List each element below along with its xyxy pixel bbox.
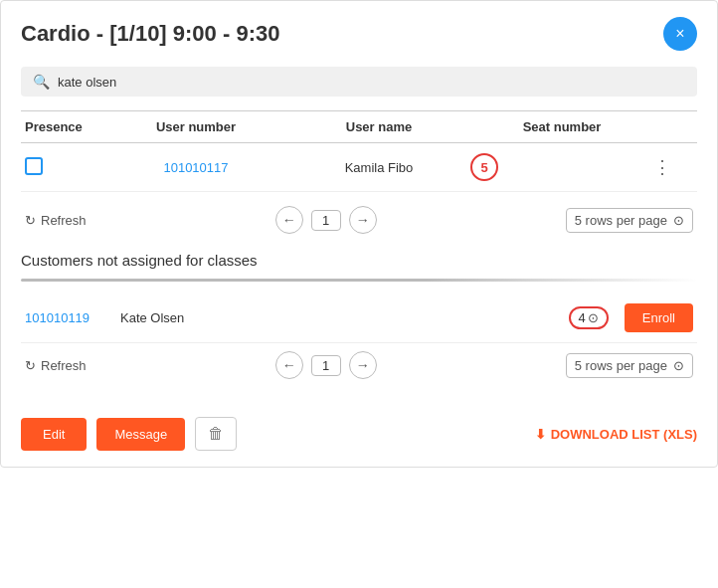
modal-container: Cardio - [1/10] 9:00 - 9:30 × 🔍 Presence… [0,0,718,468]
col-header-actions [653,119,693,134]
footer: Edit Message 🗑 ⬇ DOWNLOAD LIST (XLS) [21,407,697,451]
unassigned-seat-number: 4 [579,310,586,325]
row-actions-cell: ⋮ [653,156,693,178]
presence-cell [25,157,104,178]
rows-per-page-top[interactable]: 5 rows per page ⊙ [566,208,693,233]
col-header-user-number: User number [104,119,287,134]
row-menu-icon[interactable]: ⋮ [653,157,671,177]
refresh-icon-bottom: ↻ [25,358,36,373]
edit-button[interactable]: Edit [21,418,87,451]
col-header-seat-number: Seat number [470,119,653,134]
refresh-button-top[interactable]: ↻ Refresh [25,213,87,228]
prev-icon-top: ← [282,212,296,228]
page-nav-bottom: ← 1 → [275,351,377,379]
pagination-bottom: ↻ Refresh ← 1 → 5 rows per page ⊙ [21,343,697,387]
prev-page-button-top[interactable]: ← [275,206,303,234]
table-row: 101010117 Kamila Fibo 5 ⋮ [21,143,697,192]
section-divider [21,279,697,282]
close-button[interactable]: × [663,17,697,51]
delete-button[interactable]: 🗑 [195,417,237,451]
unassigned-user-number[interactable]: 101010119 [25,310,104,325]
search-input[interactable] [58,75,685,90]
next-page-button-top[interactable]: → [349,206,377,234]
refresh-icon-top: ↻ [25,213,36,228]
page-number-bottom: 1 [311,355,341,376]
col-header-presence: Presence [25,119,104,134]
search-icon: 🔍 [33,74,50,90]
pagination-top: ↻ Refresh ← 1 → 5 rows per page ⊙ [21,198,697,242]
close-icon: × [675,25,684,43]
download-icon: ⬇ [535,427,546,442]
unassigned-user-name: Kate Olsen [120,310,553,325]
rows-per-page-down-icon-top: ⊙ [673,213,684,228]
table-header: Presence User number User name Seat numb… [21,110,697,143]
modal-title: Cardio - [1/10] 9:00 - 9:30 [21,21,279,47]
unassigned-seat-badge: 4 ⊙ [569,306,609,329]
next-page-button-bottom[interactable]: → [349,351,377,379]
user-number-cell: 101010117 [104,160,287,175]
page-number-top: 1 [311,210,341,231]
unassigned-section-label: Customers not assigned for classes [21,252,697,269]
enroll-button[interactable]: Enroll [625,303,693,332]
modal-header: Cardio - [1/10] 9:00 - 9:30 × [21,17,697,51]
delete-icon: 🗑 [208,425,224,442]
col-header-user-name: User name [287,119,470,134]
seat-number-badge: 5 [470,153,498,181]
unassigned-row: 101010119 Kate Olsen 4 ⊙ Enroll [21,294,697,343]
presence-checkbox[interactable] [25,157,43,175]
next-icon-bottom: → [356,357,370,373]
user-number-link[interactable]: 101010117 [163,160,228,175]
prev-icon-bottom: ← [282,357,296,373]
page-nav-top: ← 1 → [275,206,377,234]
footer-left: Edit Message 🗑 [21,417,237,451]
next-icon-top: → [356,212,370,228]
attendance-table: Presence User number User name Seat numb… [21,110,697,192]
prev-page-button-bottom[interactable]: ← [275,351,303,379]
rows-per-page-bottom[interactable]: 5 rows per page ⊙ [566,353,693,378]
message-button[interactable]: Message [96,418,185,451]
rows-per-page-down-icon-bottom: ⊙ [673,358,684,373]
search-bar: 🔍 [21,67,697,97]
seat-down-icon: ⊙ [588,310,599,325]
seat-number-cell: 5 [470,153,653,181]
user-name-cell: Kamila Fibo [287,160,470,175]
download-button[interactable]: ⬇ DOWNLOAD LIST (XLS) [535,427,697,442]
refresh-button-bottom[interactable]: ↻ Refresh [25,358,87,373]
